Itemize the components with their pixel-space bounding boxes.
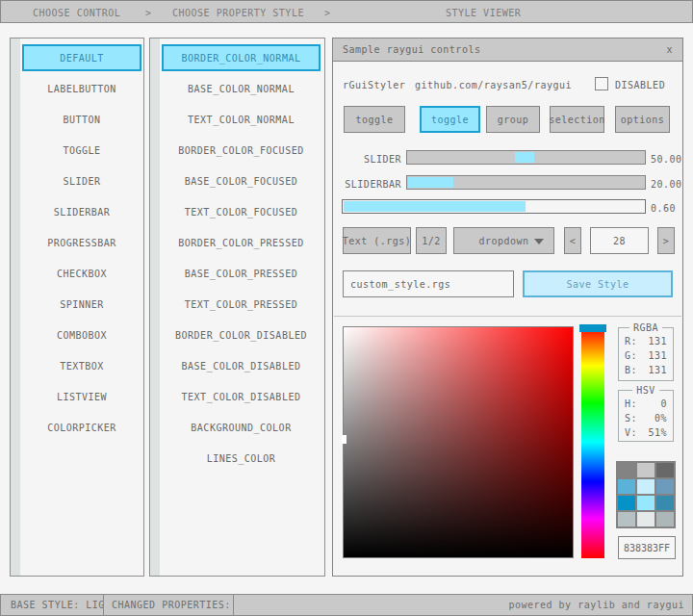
list-item-border-color-disabled[interactable]: BORDER_COLOR_DISABLED bbox=[162, 321, 321, 348]
sliderbar[interactable] bbox=[406, 175, 646, 190]
style-viewer-window: Sample raygui controls x rGuiStyler gith… bbox=[332, 38, 683, 577]
toggle-button-group[interactable]: group bbox=[486, 106, 540, 133]
statusbar-changed-properties: CHANGED PROPERTIES: 000 bbox=[103, 594, 234, 616]
g-value: 131 bbox=[648, 350, 667, 365]
disabled-checkbox-label: DISABLED bbox=[615, 80, 665, 90]
palette-swatch-border-normal[interactable] bbox=[618, 463, 635, 477]
breadcrumb-choose-control: CHOOSE CONTROL bbox=[33, 8, 120, 18]
list-item-lines-color[interactable]: LINES_COLOR bbox=[162, 445, 321, 472]
list-item-labelbutton[interactable]: LABELBUTTON bbox=[22, 75, 141, 102]
color-picker-marker[interactable] bbox=[342, 435, 346, 444]
list-item-toggle[interactable]: TOGGLE bbox=[22, 137, 141, 164]
list-item-border-color-normal[interactable]: BORDER_COLOR_NORMAL bbox=[162, 44, 321, 71]
h-label: H: bbox=[625, 398, 637, 413]
list-item-base-color-disabled[interactable]: BASE_COLOR_DISABLED bbox=[162, 352, 321, 379]
b-value: 131 bbox=[648, 365, 667, 379]
sliderbar-fill bbox=[408, 177, 453, 188]
hex-color-input[interactable]: 838383FF bbox=[618, 536, 676, 559]
list-item-base-color-normal[interactable]: BASE_COLOR_NORMAL bbox=[162, 75, 321, 102]
statusbar-base-style: BASE STYLE: LIGHT bbox=[0, 594, 104, 616]
half-button[interactable]: 1/2 bbox=[416, 227, 447, 254]
list-item-text-color-normal[interactable]: TEXT_COLOR_NORMAL bbox=[162, 106, 321, 133]
v-value: 51% bbox=[648, 427, 667, 442]
toggle-button-1[interactable]: toggle bbox=[344, 106, 405, 133]
list-item-base-color-pressed[interactable]: BASE_COLOR_PRESSED bbox=[162, 260, 321, 287]
color-picker-saturation-square[interactable] bbox=[343, 326, 574, 558]
list-item-default[interactable]: DEFAULT bbox=[22, 44, 141, 71]
list-item-progressbar[interactable]: PROGRESSBAR bbox=[22, 229, 141, 256]
list-item-combobox[interactable]: COMBOBOX bbox=[22, 321, 141, 348]
s-label: S: bbox=[625, 413, 637, 427]
toggle-button-selection[interactable]: selection bbox=[550, 106, 604, 133]
palette-swatch-base-disabled[interactable] bbox=[637, 512, 654, 526]
g-label: G: bbox=[625, 350, 637, 365]
list-item-button[interactable]: BUTTON bbox=[22, 106, 141, 133]
dropdown-select[interactable]: dropdown bbox=[453, 227, 554, 254]
h-value: 0 bbox=[660, 398, 667, 413]
list-item-border-color-focused[interactable]: BORDER_COLOR_FOCUSED bbox=[162, 137, 321, 164]
r-label: R: bbox=[625, 336, 637, 350]
list-item-slider[interactable]: SLIDER bbox=[22, 167, 141, 194]
breadcrumb-choose-property: CHOOSE PROPERTY STYLE bbox=[172, 8, 304, 18]
list-item-textbox[interactable]: TEXTBOX bbox=[22, 352, 141, 379]
statusbar-powered-by: powered by raylib and raygui bbox=[233, 594, 693, 616]
palette-swatch-text-focused[interactable] bbox=[656, 479, 674, 494]
spinner-value-box[interactable]: 28 bbox=[590, 227, 649, 254]
list-item-text-color-pressed[interactable]: TEXT_COLOR_PRESSED bbox=[162, 291, 321, 318]
palette-swatch-base-normal[interactable] bbox=[637, 463, 654, 477]
disabled-checkbox[interactable] bbox=[595, 77, 608, 90]
hsv-title: HSV bbox=[632, 385, 659, 396]
list-item-colorpicker[interactable]: COLORPICKER bbox=[22, 414, 141, 441]
hsv-groupbox: HSV H:0 S:0% V:51% bbox=[618, 390, 674, 442]
list-item-text-color-focused[interactable]: TEXT_COLOR_FOCUSED bbox=[162, 198, 321, 225]
text-rgs-button[interactable]: Text (.rgs) bbox=[343, 227, 411, 254]
divider-line bbox=[334, 316, 681, 317]
slider-knob[interactable] bbox=[515, 152, 534, 163]
dropdown-label: dropdown bbox=[478, 236, 528, 246]
breadcrumb: CHOOSE CONTROL > CHOOSE PROPERTY STYLE >… bbox=[0, 0, 693, 23]
list-item-listview[interactable]: LISTVIEW bbox=[22, 383, 141, 410]
hue-slider-handle[interactable] bbox=[579, 324, 606, 332]
list-item-border-color-pressed[interactable]: BORDER_COLOR_PRESSED bbox=[162, 229, 321, 256]
chevron-right-icon: > bbox=[324, 8, 331, 18]
window-titlebar[interactable]: Sample raygui controls x bbox=[333, 38, 682, 62]
b-label: B: bbox=[625, 365, 637, 379]
palette-swatch-text-disabled[interactable] bbox=[656, 512, 674, 526]
slider[interactable] bbox=[406, 150, 646, 165]
palette-swatch-border-disabled[interactable] bbox=[618, 512, 635, 526]
list-item-checkbox[interactable]: CHECKBOX bbox=[22, 260, 141, 287]
powered-by-label: powered by raylib and raygui bbox=[508, 600, 684, 610]
list-item-sliderbar[interactable]: SLIDERBAR bbox=[22, 198, 141, 225]
list-item-spinner[interactable]: SPINNER bbox=[22, 291, 141, 318]
palette-swatch-base-focused[interactable] bbox=[637, 479, 654, 494]
spinner-decrement-button[interactable]: < bbox=[564, 227, 581, 254]
style-color-palette bbox=[616, 461, 676, 528]
palette-swatch-text-pressed[interactable] bbox=[656, 496, 674, 510]
repo-link-label: github.com/raysan5/raygui bbox=[415, 80, 572, 90]
list-item-background-color[interactable]: BACKGROUND_COLOR bbox=[162, 414, 321, 441]
progressbar-fill bbox=[344, 201, 526, 212]
chevron-right-icon: > bbox=[145, 8, 152, 18]
r-value: 131 bbox=[648, 336, 667, 350]
window-title: Sample raygui controls bbox=[343, 44, 480, 55]
list-item-base-color-focused[interactable]: BASE_COLOR_FOCUSED bbox=[162, 167, 321, 194]
chevron-down-icon bbox=[534, 239, 544, 244]
filename-input[interactable]: custom_style.rgs bbox=[343, 270, 514, 297]
toggle-button-options[interactable]: options bbox=[615, 106, 670, 133]
rgba-groupbox: RGBA R:131 G:131 B:131 bbox=[618, 327, 674, 381]
palette-swatch-base-pressed[interactable] bbox=[637, 496, 654, 510]
progressbar bbox=[342, 199, 646, 214]
toggle-button-2-active[interactable]: toggle bbox=[420, 106, 480, 133]
palette-swatch-border-focused[interactable] bbox=[618, 479, 635, 494]
hue-slider[interactable] bbox=[581, 326, 604, 558]
v-label: V: bbox=[625, 427, 637, 442]
palette-swatch-text-normal[interactable] bbox=[656, 463, 674, 477]
close-icon[interactable]: x bbox=[666, 44, 673, 55]
sliderbar-label: SLIDERBAR bbox=[333, 179, 401, 190]
list-item-text-color-disabled[interactable]: TEXT_COLOR_DISABLED bbox=[162, 383, 321, 410]
palette-swatch-border-pressed[interactable] bbox=[618, 496, 635, 510]
sliderbar-value: 20.00 bbox=[651, 179, 682, 190]
save-style-button[interactable]: Save Style bbox=[523, 270, 673, 297]
slider-value: 50.00 bbox=[651, 154, 682, 165]
spinner-increment-button[interactable]: > bbox=[657, 227, 675, 254]
